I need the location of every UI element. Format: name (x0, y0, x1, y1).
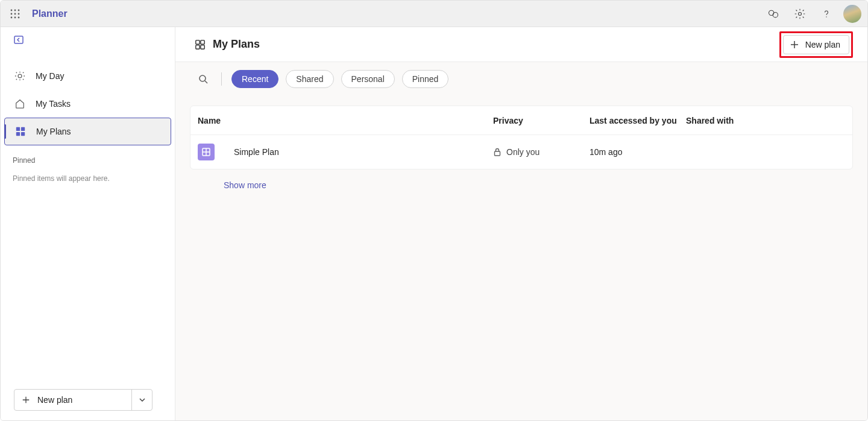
nav-my-tasks[interactable]: My Tasks (1, 90, 175, 118)
col-name: Name (198, 116, 493, 125)
plans-table: Name Privacy Last accessed by you Shared… (190, 106, 853, 169)
svg-rect-21 (196, 45, 200, 48)
search-button[interactable] (195, 71, 212, 87)
svg-point-23 (200, 75, 206, 81)
chevron-down-icon (139, 396, 146, 404)
nav-label: My Tasks (36, 99, 71, 109)
nav-label: My Plans (36, 127, 71, 136)
waffle-icon (10, 9, 20, 19)
table-row[interactable]: Simple Plan Only you 10m ago (190, 135, 852, 169)
col-privacy: Privacy (493, 116, 590, 125)
svg-rect-18 (21, 132, 25, 136)
pinned-section-header: Pinned (1, 145, 175, 165)
top-bar: Planner (1, 1, 867, 27)
filter-row: Recent Shared Personal Pinned (175, 62, 867, 96)
filter-pill-shared[interactable]: Shared (286, 70, 333, 88)
svg-point-10 (773, 12, 778, 17)
collapse-sidebar-button[interactable] (1, 27, 175, 52)
plus-icon (22, 396, 30, 404)
svg-point-0 (11, 9, 13, 11)
svg-rect-13 (14, 36, 23, 43)
grid-icon (14, 126, 27, 137)
svg-rect-17 (16, 132, 20, 136)
nav-my-day[interactable]: My Day (1, 62, 175, 90)
content-header: My Plans New plan (175, 27, 867, 62)
svg-rect-19 (196, 40, 200, 43)
filter-pill-personal[interactable]: Personal (341, 70, 395, 88)
content-area: My Plans New plan Recent Shared Personal… (175, 27, 867, 421)
collapse-icon (14, 35, 24, 45)
svg-rect-16 (21, 127, 25, 131)
settings-button[interactable] (787, 1, 813, 27)
svg-point-1 (14, 9, 16, 11)
svg-rect-25 (495, 151, 500, 156)
svg-point-2 (18, 9, 20, 11)
nav-my-plans[interactable]: My Plans (4, 118, 171, 145)
divider (221, 72, 222, 86)
svg-point-8 (18, 16, 20, 18)
plan-last-accessed: 10m ago (590, 147, 686, 157)
pinned-empty-text: Pinned items will appear here. (1, 165, 175, 192)
sun-icon (14, 71, 26, 81)
plus-icon (790, 40, 799, 49)
new-plan-label: New plan (37, 395, 72, 405)
gear-icon (794, 8, 806, 20)
col-shared-with: Shared with (686, 116, 807, 125)
plan-name: Simple Plan (234, 147, 493, 157)
lock-icon (493, 148, 502, 156)
svg-point-3 (11, 13, 13, 14)
page-title: My Plans (213, 38, 260, 51)
app-launcher-button[interactable] (4, 3, 26, 25)
svg-point-4 (14, 13, 16, 14)
svg-point-12 (826, 16, 826, 17)
svg-point-5 (18, 13, 20, 14)
new-plan-button-sidebar[interactable]: New plan (14, 390, 131, 410)
show-more-link[interactable]: Show more (175, 169, 867, 190)
account-avatar[interactable] (843, 5, 861, 23)
svg-point-6 (11, 16, 13, 18)
copilot-icon (767, 8, 779, 20)
plan-privacy: Only you (493, 147, 590, 157)
sidebar: My Day My Tasks My Plans Pinned Pinned i… (1, 27, 175, 421)
new-plan-dropdown[interactable] (131, 390, 152, 410)
new-plan-button[interactable]: New plan (783, 35, 849, 54)
help-button[interactable] (813, 1, 840, 27)
filter-pill-pinned[interactable]: Pinned (402, 70, 449, 88)
new-plan-split-button: New plan (14, 389, 153, 411)
svg-rect-20 (201, 40, 204, 43)
svg-point-11 (799, 12, 802, 15)
filter-pill-recent[interactable]: Recent (231, 70, 278, 88)
highlight-annotation: New plan (779, 31, 853, 58)
grid-icon (195, 39, 206, 50)
nav-label: My Day (36, 71, 64, 81)
svg-rect-15 (16, 127, 20, 131)
copilot-button[interactable] (760, 1, 787, 27)
plan-icon (198, 144, 215, 160)
home-icon (14, 98, 26, 109)
table-header: Name Privacy Last accessed by you Shared… (190, 106, 852, 135)
help-icon (820, 8, 832, 20)
search-icon (198, 74, 208, 84)
new-plan-label: New plan (805, 40, 840, 49)
svg-rect-22 (201, 45, 204, 48)
svg-point-14 (18, 74, 22, 78)
svg-point-7 (14, 16, 16, 18)
app-title: Planner (32, 8, 68, 19)
col-last-accessed: Last accessed by you (590, 116, 686, 125)
